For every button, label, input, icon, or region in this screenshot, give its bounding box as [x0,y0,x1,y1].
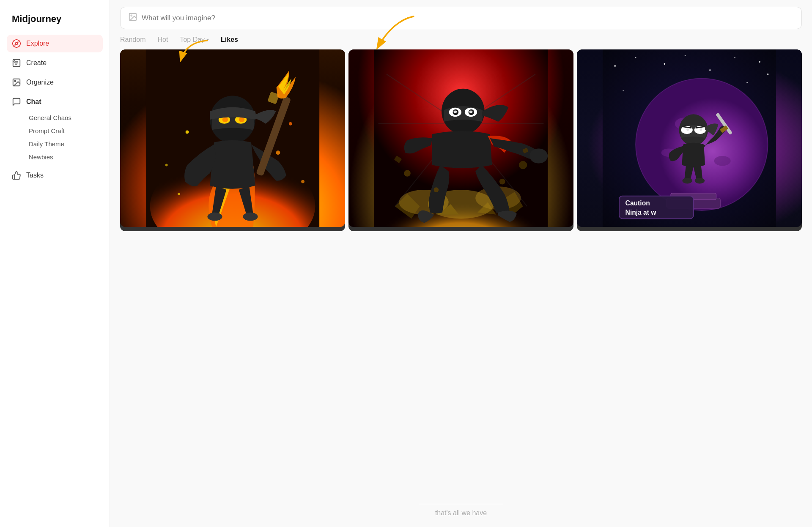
end-divider [419,504,503,505]
svg-point-4 [14,80,16,82]
sidebar: Midjourney Explore Create [0,0,110,527]
end-text-container: that's all we have [110,497,812,527]
sidebar-subitem-newbies[interactable]: Newbies [25,151,103,163]
svg-point-14 [222,117,228,122]
image-grid: Caution Ninja at w [110,49,812,497]
svg-point-18 [207,213,222,221]
svg-point-20 [186,130,189,134]
sidebar-subitem-general-chaos[interactable]: General Chaos [25,112,103,124]
sidebar-item-tasks[interactable]: Tasks [7,167,103,184]
svg-point-81 [682,178,692,184]
svg-point-46 [519,161,527,169]
main-content: Random Hot Top Day ▾ Likes [110,0,812,527]
svg-point-57 [759,61,760,63]
app-logo: Midjourney [7,10,103,35]
thumbs-up-icon [12,171,21,180]
svg-point-21 [276,150,280,155]
moon-ninja-illustration: Caution Ninja at w [577,49,802,227]
sidebar-chat-label: Chat [26,98,41,106]
search-image-icon [128,12,137,24]
search-bar-container [110,0,812,29]
svg-point-47 [434,187,439,192]
end-text: that's all we have [435,509,487,517]
svg-point-61 [709,69,711,71]
svg-point-82 [695,178,705,184]
filter-tabs: Random Hot Top Day ▾ Likes [110,29,812,49]
search-input[interactable] [142,14,794,22]
svg-point-24 [165,164,168,167]
sidebar-chat-section[interactable]: Chat [7,93,103,111]
svg-point-53 [635,57,636,58]
sidebar-item-explore-label: Explore [26,40,49,47]
svg-point-15 [239,117,245,122]
svg-point-48 [499,179,505,185]
svg-point-8 [131,15,132,16]
sidebar-subitem-prompt-craft[interactable]: Prompt Craft [25,125,103,137]
svg-point-42 [453,111,457,113]
svg-point-43 [469,111,473,113]
svg-point-55 [685,55,686,56]
sidebar-item-create[interactable]: Create [7,54,103,72]
svg-point-23 [289,122,292,126]
sidebar-item-create-label: Create [26,59,47,67]
message-icon [12,97,21,106]
svg-text:Ninja at w: Ninja at w [625,209,657,216]
svg-point-22 [178,193,180,195]
svg-point-0 [13,40,20,47]
sidebar-item-organize-label: Organize [26,79,54,86]
svg-point-58 [746,82,748,83]
chevron-down-icon: ▾ [206,37,209,43]
pen-tool-icon [12,58,21,68]
svg-point-44 [529,148,548,163]
tab-hot[interactable]: Hot [157,36,168,44]
sidebar-subitem-daily-theme[interactable]: Daily Theme [25,138,103,150]
main-panel: Random Hot Top Day ▾ Likes [110,0,812,527]
image-icon [12,78,21,87]
sidebar-chat-subitems: General Chaos Prompt Craft Daily Theme N… [25,112,103,163]
sidebar-item-explore[interactable]: Explore [7,35,103,52]
svg-point-25 [301,180,304,183]
svg-marker-1 [15,42,18,45]
sidebar-item-organize[interactable]: Organize [7,74,103,91]
svg-point-60 [734,57,735,58]
svg-point-78 [700,128,702,131]
svg-point-65 [714,156,731,166]
svg-point-52 [614,65,616,67]
svg-point-59 [767,74,769,75]
compass-icon [12,39,21,48]
svg-point-77 [686,128,689,131]
fire-ninja-illustration [120,49,345,227]
sidebar-item-tasks-label: Tasks [26,172,44,179]
tab-top-day[interactable]: Top Day ▾ [180,36,209,44]
svg-point-19 [243,213,258,221]
search-bar[interactable] [120,7,802,29]
svg-point-54 [664,63,665,65]
image-card-fire-ninja[interactable] [120,49,345,231]
tab-likes[interactable]: Likes [221,36,238,44]
image-card-moon-ninja[interactable]: Caution Ninja at w [577,49,802,231]
svg-point-45 [404,170,411,177]
action-ninja-illustration [348,49,573,227]
image-card-action-ninja[interactable] [348,49,573,231]
svg-text:Caution: Caution [625,199,650,207]
tab-random[interactable]: Random [120,36,145,44]
svg-point-56 [623,90,624,91]
